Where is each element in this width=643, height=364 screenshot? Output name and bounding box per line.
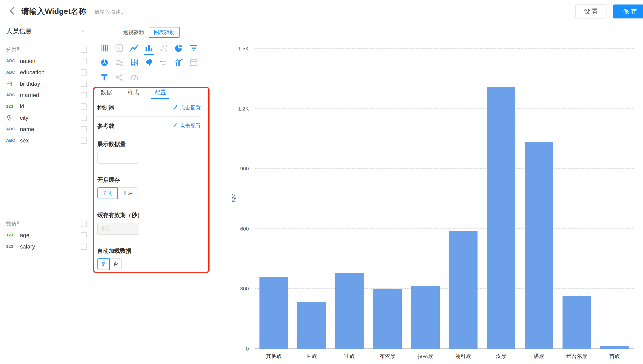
- cache-toggle: 关闭 开启: [97, 188, 201, 199]
- tab-config[interactable]: 配置: [151, 86, 169, 99]
- x-tick-label: 满族: [520, 353, 558, 360]
- field-checkbox[interactable]: [81, 104, 87, 110]
- svg-text:word: word: [160, 60, 168, 63]
- section-checkbox[interactable]: [81, 221, 87, 227]
- field-checkbox[interactable]: [81, 126, 87, 132]
- parallel-chart-icon[interactable]: [129, 57, 140, 68]
- x-tick-label: 朝鲜族: [444, 353, 482, 360]
- field-checkbox[interactable]: [81, 244, 87, 250]
- field-checkbox[interactable]: [81, 58, 87, 64]
- field-checkbox[interactable]: [81, 115, 87, 121]
- tab-style[interactable]: 样式: [124, 86, 142, 99]
- field-name: id: [20, 103, 24, 110]
- y-tick-label: 1.5K: [238, 46, 249, 52]
- field-name: name: [20, 126, 34, 132]
- pencil-icon: [173, 122, 178, 129]
- field-row-married[interactable]: ABC married: [6, 90, 87, 101]
- bar-回族[interactable]: [297, 302, 326, 349]
- panel-tabs: 数据 样式 配置: [92, 86, 206, 99]
- section-label: 数值型: [6, 220, 22, 228]
- y-tick-label: 1.2K: [238, 106, 249, 112]
- location-icon: [6, 115, 20, 121]
- field-checkbox[interactable]: [81, 81, 87, 87]
- bar-chart-icon[interactable]: [144, 42, 154, 54]
- pivot-driven-button[interactable]: 透视驱动: [118, 27, 149, 38]
- pie-chart-icon[interactable]: [173, 42, 184, 54]
- bar-slot: [368, 49, 406, 349]
- y-tick-label: 600: [240, 226, 249, 232]
- bar-slot: [293, 49, 331, 349]
- header: 请输入Widget名称 请输入描述... 设 置 保 存: [0, 0, 643, 23]
- auto-load-yes-button[interactable]: 是: [97, 258, 110, 270]
- bar-壮族[interactable]: [335, 273, 364, 349]
- field-row-name[interactable]: ABC name: [6, 124, 87, 135]
- auto-load-label: 自动加载数据: [97, 247, 201, 255]
- auto-load-no-button[interactable]: 否: [110, 258, 122, 270]
- field-row-salary[interactable]: 123 salary: [6, 241, 87, 252]
- bar-拉祜族[interactable]: [411, 286, 440, 349]
- bar-朝鲜族[interactable]: [449, 231, 478, 349]
- radar-chart-icon[interactable]: [99, 57, 110, 68]
- dual-axis-chart-icon[interactable]: [173, 57, 184, 68]
- widget-description-input[interactable]: 请输入描述...: [94, 8, 125, 16]
- scatter-chart-icon[interactable]: [158, 42, 169, 54]
- bar-布依族[interactable]: [373, 289, 402, 349]
- back-button[interactable]: [7, 6, 18, 16]
- cache-ttl-section: 缓存有效期（秒）: [97, 206, 201, 242]
- bar-满族[interactable]: [525, 142, 553, 349]
- x-tick-label: 布依族: [368, 353, 406, 360]
- settings-button[interactable]: 设 置: [575, 4, 607, 18]
- bar-slot: [406, 49, 444, 349]
- y-tick-label: 900: [240, 166, 249, 172]
- chart-driven-button[interactable]: 图表驱动: [149, 27, 180, 38]
- x-tick-label: 汉族: [482, 353, 520, 360]
- field-name: age: [20, 232, 29, 238]
- bar-其他族[interactable]: [260, 277, 288, 349]
- tab-data[interactable]: 数据: [97, 86, 115, 99]
- auto-load-section: 自动加载数据 是 否: [97, 242, 201, 277]
- x-tick-label: 回族: [293, 353, 331, 360]
- wordcloud-chart-icon[interactable]: wordcloud: [158, 57, 169, 68]
- line-chart-icon[interactable]: [129, 42, 140, 54]
- gauge-chart-icon[interactable]: [129, 72, 140, 83]
- configure-link-label: 点击配置: [180, 122, 201, 130]
- field-name: education: [20, 69, 44, 76]
- cache-off-button[interactable]: 关闭: [97, 188, 118, 199]
- sankey-chart-icon[interactable]: [114, 57, 125, 68]
- section-checkbox[interactable]: [81, 46, 87, 53]
- dataset-header[interactable]: 人员信息: [0, 23, 92, 39]
- rich-text-icon[interactable]: [99, 72, 110, 83]
- field-row-nation[interactable]: ABC nation: [6, 56, 87, 67]
- funnel-chart-icon[interactable]: [188, 42, 199, 54]
- field-row-city[interactable]: city: [6, 112, 87, 124]
- bar-汉族[interactable]: [487, 87, 516, 349]
- bar-slot: [444, 49, 482, 349]
- iframe-chart-icon[interactable]: [188, 57, 199, 68]
- field-row-age[interactable]: 123 age: [6, 230, 87, 241]
- chart-config-panel: 透视驱动 图表驱动 8: [92, 23, 206, 364]
- field-checkbox[interactable]: [81, 232, 87, 238]
- field-checkbox[interactable]: [81, 92, 87, 98]
- reference-line-configure-link[interactable]: 点击配置: [173, 122, 201, 130]
- widget-name-input[interactable]: 请输入Widget名称: [21, 6, 86, 17]
- controller-configure-link[interactable]: 点击配置: [173, 104, 201, 111]
- map-chart-icon[interactable]: [144, 57, 154, 68]
- table-chart-icon[interactable]: [99, 42, 110, 54]
- reference-line-row: 参考线 点击配置: [97, 117, 201, 135]
- bar-维吾尔族[interactable]: [562, 296, 591, 349]
- configure-link-label: 点击配置: [180, 104, 201, 111]
- chevron-down-icon[interactable]: [80, 28, 86, 34]
- field-checkbox[interactable]: [81, 69, 87, 76]
- bar-苗族[interactable]: [600, 346, 629, 349]
- field-row-id[interactable]: 123 id: [6, 101, 87, 112]
- scorecard-chart-icon[interactable]: 8: [114, 42, 125, 54]
- cache-on-button[interactable]: 开启: [118, 188, 138, 199]
- field-checkbox[interactable]: [81, 138, 87, 144]
- field-sidebar: 人员信息 分类型 ABC nation ABC education birthd…: [0, 23, 92, 364]
- display-limit-input[interactable]: [97, 152, 139, 164]
- field-row-sex[interactable]: ABC sex: [6, 135, 87, 146]
- save-button[interactable]: 保 存: [613, 4, 643, 18]
- field-row-birthday[interactable]: birthday: [6, 78, 87, 90]
- relation-chart-icon[interactable]: [114, 72, 125, 83]
- field-row-education[interactable]: ABC education: [6, 67, 87, 78]
